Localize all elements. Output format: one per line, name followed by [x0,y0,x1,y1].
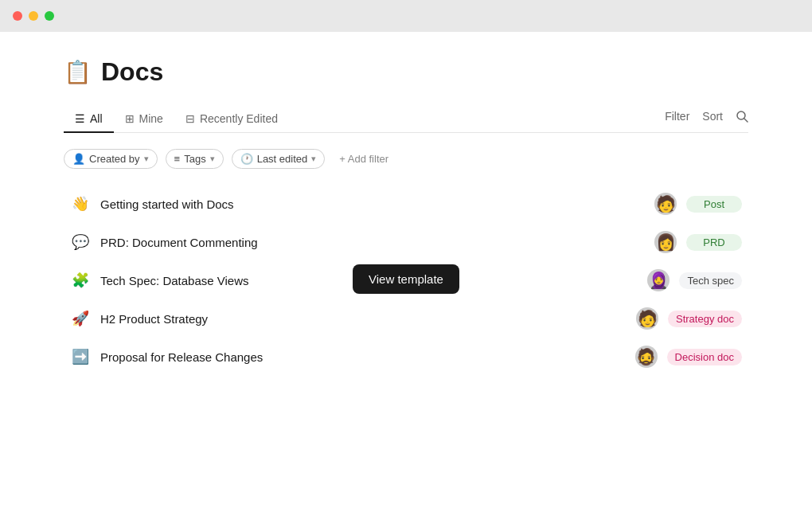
filter-last-edited[interactable]: 🕐 Last edited ▾ [232,149,326,169]
table-row[interactable]: 🧩 Tech Spec: Database Views View templat… [64,261,748,299]
document-list: 👋 Getting started with Docs Post 💬 PRD: … [64,185,748,376]
last-edited-icon: 🕐 [240,153,253,165]
avatar-5 [635,346,658,368]
avatar-1 [654,193,677,215]
tab-group: ☰ All ⊞ Mine ⊟ Recently Edited [64,106,665,132]
view-template-button[interactable]: View template [353,264,459,294]
sort-button[interactable]: Sort [702,110,723,123]
filter-tags[interactable]: ≡ Tags ▾ [166,149,224,169]
tab-all-label: All [90,112,103,125]
main-window: 📋 Docs ☰ All ⊞ Mine ⊟ Recently Edited [0,32,812,508]
content-area: 📋 Docs ☰ All ⊞ Mine ⊟ Recently Edited [0,32,812,508]
doc-emoji-2: 💬 [70,233,91,251]
doc-tag-4: Strategy doc [668,311,742,327]
titlebar [0,0,812,32]
tab-recently-edited[interactable]: ⊟ Recently Edited [174,106,289,133]
tags-arrow-icon: ▾ [210,154,215,164]
doc-tag-2: PRD [686,234,742,251]
doc-tag-1: Post [686,196,742,213]
tab-recently-edited-icon: ⊟ [185,112,195,125]
add-filter-button[interactable]: + Add filter [333,150,395,168]
doc-emoji-4: 🚀 [70,310,91,327]
maximize-button[interactable] [45,11,54,21]
table-row[interactable]: 👋 Getting started with Docs Post [64,185,748,223]
tags-icon: ≡ [174,153,181,165]
tab-mine-icon: ⊞ [125,112,135,125]
tab-all[interactable]: ☰ All [64,106,114,133]
svg-line-1 [744,119,748,122]
doc-name-2: PRD: Document Commenting [100,236,654,249]
close-button[interactable] [13,11,22,21]
tags-label: Tags [184,153,205,165]
search-button[interactable] [736,110,748,123]
table-row[interactable]: ➡️ Proposal for Release Changes Decision… [64,338,748,376]
created-by-arrow-icon: ▾ [144,154,149,164]
docs-page-icon: 📋 [64,59,92,85]
created-by-label: Created by [89,153,140,165]
doc-name-5: Proposal for Release Changes [100,350,635,364]
doc-emoji-5: ➡️ [70,348,91,365]
page-header: 📋 Docs [64,57,748,87]
avatar-3 [647,269,670,291]
search-icon [736,110,748,123]
doc-name-4: H2 Product Strategy [100,312,636,326]
tabs-bar: ☰ All ⊞ Mine ⊟ Recently Edited Filter So… [64,106,748,133]
table-row[interactable]: 🚀 H2 Product Strategy Strategy doc [64,299,748,338]
created-by-icon: 👤 [72,153,85,165]
filter-button[interactable]: Filter [665,110,689,123]
minimize-button[interactable] [29,11,38,21]
last-edited-arrow-icon: ▾ [311,154,316,164]
tab-actions: Filter Sort [665,110,748,129]
filter-created-by[interactable]: 👤 Created by ▾ [64,149,158,169]
filters-bar: 👤 Created by ▾ ≡ Tags ▾ 🕐 Last edited ▾ … [64,149,748,169]
avatar-4 [636,307,658,330]
doc-emoji-1: 👋 [70,195,91,213]
tab-recently-edited-label: Recently Edited [200,112,278,125]
page-title: Docs [101,57,163,87]
table-row[interactable]: 💬 PRD: Document Commenting PRD [64,223,748,261]
doc-name-1: Getting started with Docs [100,197,654,211]
last-edited-label: Last edited [257,153,308,165]
tab-mine-label: Mine [139,112,163,125]
add-filter-label: + Add filter [339,153,388,165]
doc-tag-5: Decision doc [667,349,742,365]
doc-emoji-3: 🧩 [70,272,91,289]
avatar-2 [654,231,677,253]
tab-all-icon: ☰ [75,112,85,125]
tab-mine[interactable]: ⊞ Mine [114,106,174,133]
doc-tag-3: Tech spec [679,272,742,289]
